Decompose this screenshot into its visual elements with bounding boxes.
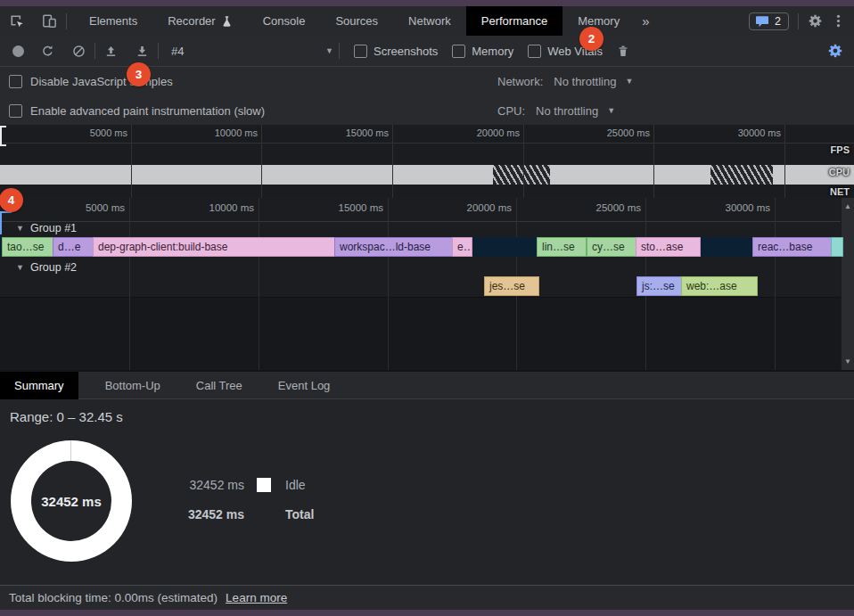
- details-tab-summary[interactable]: Summary: [0, 372, 78, 399]
- flame-bar[interactable]: tao…se: [2, 237, 53, 257]
- divider: [158, 43, 159, 59]
- flame-bar[interactable]: jes…se: [484, 276, 539, 296]
- overview-timeline[interactable]: FPS CPU NET 5000 ms10000 ms15000 ms20000…: [0, 125, 854, 198]
- legend-value: 32452 ms: [185, 478, 244, 492]
- network-throttling-dropdown[interactable]: No throttling ▼: [554, 75, 633, 88]
- cpu-throttling-dropdown[interactable]: No throttling ▼: [536, 104, 615, 118]
- collapse-triangle-icon[interactable]: ▼: [16, 263, 24, 272]
- toggle-screenshots[interactable]: Screenshots: [354, 45, 438, 58]
- flame-bar[interactable]: web:…ase: [681, 276, 758, 296]
- checkbox[interactable]: [9, 75, 22, 88]
- desktop-edge-bottom: [0, 610, 854, 616]
- network-label: Network:: [497, 75, 543, 88]
- load-profile-icon[interactable]: [95, 44, 127, 59]
- checkbox[interactable]: [452, 45, 465, 58]
- checkbox[interactable]: [354, 45, 367, 58]
- record-icon: [12, 45, 24, 57]
- range-label: Range: 0 – 32.45 s: [10, 409, 123, 424]
- details-tab-call-tree[interactable]: Call Tree: [182, 372, 257, 399]
- record-button[interactable]: [0, 45, 32, 57]
- inspect-element-icon[interactable]: [0, 6, 33, 36]
- fps-lane-label: FPS: [831, 144, 850, 155]
- network-throttling-row: Network: No throttling ▼: [497, 68, 633, 94]
- group-header-1[interactable]: ▼Group #1: [16, 220, 77, 236]
- flame-bar-label: d…e: [53, 241, 85, 253]
- group-label-text: Group #2: [30, 261, 77, 274]
- scroll-down-icon[interactable]: ▼: [842, 357, 854, 365]
- flame-bar[interactable]: js:…se: [636, 276, 682, 296]
- divider: [798, 13, 799, 29]
- donut-total-label: 32452 ms: [11, 440, 132, 562]
- ruler-tick-label: 30000 ms: [708, 202, 770, 213]
- overview-window-handle[interactable]: [0, 126, 6, 146]
- more-tabs-icon[interactable]: »: [635, 13, 656, 29]
- ruler-tick-label: 5000 ms: [69, 127, 127, 138]
- toggle-memory[interactable]: Memory: [452, 45, 513, 58]
- tab-console[interactable]: Console: [248, 6, 321, 36]
- flame-bar[interactable]: cy…se: [587, 237, 636, 257]
- issues-count: 2: [775, 15, 781, 28]
- flame-bar[interactable]: d…e: [53, 237, 94, 257]
- checkbox-label: Disable JavaScript samples: [30, 75, 173, 88]
- flame-bar[interactable]: workspac…ld-base: [334, 237, 453, 257]
- flame-chart[interactable]: ▲ ▼ 5000 ms10000 ms15000 ms20000 ms25000…: [0, 198, 854, 370]
- checkbox[interactable]: [9, 104, 22, 118]
- selection-bracket: [0, 211, 12, 234]
- ruler-line: [0, 143, 854, 144]
- issues-counter[interactable]: 2: [749, 12, 789, 30]
- flame-bar[interactable]: lin…se: [537, 237, 587, 257]
- legend-label: Idle: [285, 478, 314, 492]
- scroll-up-icon[interactable]: ▲: [842, 202, 854, 210]
- ruler-tick-label: 20000 ms: [449, 202, 512, 213]
- ruler-gridline: [523, 125, 524, 198]
- flame-bar-label: jes…se: [485, 280, 530, 292]
- save-profile-icon[interactable]: [127, 44, 158, 59]
- tab-recorder[interactable]: Recorder: [152, 6, 247, 36]
- vertical-scrollbar[interactable]: ▲ ▼: [841, 198, 854, 370]
- device-toolbar-icon[interactable]: [33, 6, 66, 36]
- tab-label: Memory: [578, 14, 620, 28]
- flame-bar[interactable]: dep-graph-client:build-base: [93, 237, 335, 257]
- cpu-throttled-hatch: [493, 165, 550, 185]
- desktop-edge-top: [0, 0, 854, 6]
- annotation-badge-2: 2: [579, 27, 604, 51]
- tab-elements[interactable]: Elements: [74, 6, 152, 36]
- annotation-badge-4: 4: [0, 188, 23, 212]
- flame-bar[interactable]: reac…base: [752, 237, 832, 257]
- divider: [66, 13, 67, 29]
- settings-gear-icon[interactable]: [808, 13, 823, 29]
- reload-and-record-button[interactable]: [32, 44, 63, 59]
- details-tab-bottom-up[interactable]: Bottom-Up: [91, 372, 175, 399]
- ruler-gridline: [392, 125, 393, 198]
- capture-settings-gear-icon[interactable]: [827, 43, 843, 59]
- flame-bar-label: tao…se: [3, 241, 48, 253]
- tab-label: Network: [408, 14, 451, 28]
- cpu-throttled-hatch: [710, 165, 773, 185]
- cpu-lane-label: CPU: [829, 167, 850, 177]
- tab-sources[interactable]: Sources: [320, 6, 393, 36]
- checkbox[interactable]: [528, 45, 541, 58]
- clear-icon[interactable]: [63, 44, 94, 59]
- summary-panel: Range: 0 – 32.45 s 32452 ms 32452 msIdle…: [0, 399, 854, 585]
- kebab-menu-icon[interactable]: [832, 13, 845, 29]
- ruler-tick-label: 10000 ms: [192, 202, 254, 213]
- learn-more-link[interactable]: Learn more: [226, 591, 287, 604]
- trash-icon[interactable]: [608, 44, 638, 59]
- history-dropdown[interactable]: #4 ▼: [166, 45, 339, 58]
- tab-network[interactable]: Network: [393, 6, 466, 36]
- advanced-paint-toggle[interactable]: Enable advanced paint instrumentation (s…: [9, 97, 265, 124]
- legend-swatch: [257, 478, 271, 492]
- ruler-tick-label: 25000 ms: [579, 202, 641, 213]
- group-header-2[interactable]: ▼Group #2: [16, 259, 77, 275]
- collapse-triangle-icon[interactable]: ▼: [16, 224, 24, 233]
- ruler-tick-label: 30000 ms: [722, 127, 781, 138]
- flame-bar[interactable]: sto…ase: [636, 237, 701, 257]
- donut-legend: 32452 msIdle32452 msTotal: [185, 478, 314, 522]
- flame-bar-label: lin…se: [538, 241, 579, 253]
- flame-bar[interactable]: [831, 237, 843, 257]
- cpu-activity-band: [0, 165, 854, 185]
- details-tab-event-log[interactable]: Event Log: [264, 372, 345, 399]
- flame-bar[interactable]: e…: [452, 237, 472, 257]
- tab-performance[interactable]: Performance: [466, 6, 562, 36]
- panel-tabs: ElementsRecorderConsoleSourcesNetworkPer…: [74, 6, 635, 36]
